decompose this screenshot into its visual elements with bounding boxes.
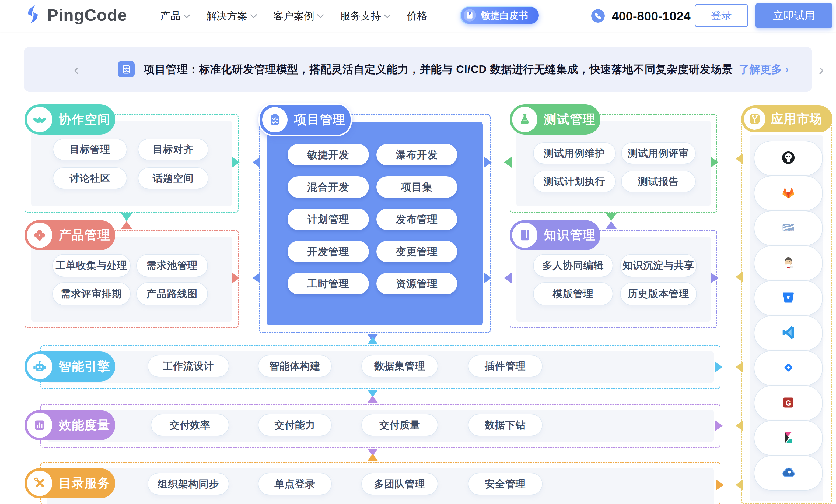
handshake-icon xyxy=(27,107,52,132)
feature-pill[interactable]: 数据集管理 xyxy=(361,355,438,377)
nav-item-solutions[interactable]: 解决方案 xyxy=(207,9,256,23)
feature-pill[interactable]: 插件管理 xyxy=(468,355,543,377)
whitepaper-badge-button[interactable]: 敏捷白皮书 xyxy=(461,7,539,24)
feature-pill[interactable]: 工单收集与处理 xyxy=(52,254,131,277)
feature-pill[interactable]: 数据下钻 xyxy=(468,414,543,436)
connector-arrow xyxy=(504,157,512,168)
feature-pill[interactable]: 交付能力 xyxy=(258,414,332,436)
github-icon xyxy=(780,149,797,167)
feature-pill[interactable]: 测试计划执行 xyxy=(533,171,616,192)
free-trial-button[interactable]: 立即试用 xyxy=(756,3,833,28)
clover-icon xyxy=(27,222,52,248)
connector-arrow xyxy=(367,454,378,461)
feature-pill[interactable]: 计划管理 xyxy=(288,209,369,230)
subversion-icon: SUBVERSION xyxy=(780,219,797,237)
connector-arrow xyxy=(715,362,723,372)
feature-pill[interactable]: 知识沉淀与共享 xyxy=(620,254,697,277)
app-vscode[interactable] xyxy=(754,316,823,351)
project-checklist-icon xyxy=(118,61,135,77)
bar-chart-icon xyxy=(27,412,52,438)
connector-arrow xyxy=(484,273,492,283)
feature-pill[interactable]: 讨论社区 xyxy=(53,167,127,189)
feature-pill[interactable]: 测试用例评审 xyxy=(621,142,696,164)
nav-item-products[interactable]: 产品 xyxy=(160,9,189,23)
whitepaper-book-icon xyxy=(464,9,476,21)
phone-contact[interactable]: 400-800-1024 xyxy=(591,0,690,32)
jenkins-icon xyxy=(780,254,797,272)
knowledge-label: 知识管理 xyxy=(510,220,601,250)
feature-pill[interactable]: 目标对齐 xyxy=(138,139,208,160)
connector-arrow xyxy=(716,480,724,490)
connector-arrow xyxy=(736,480,743,490)
feature-pill[interactable]: 变更管理 xyxy=(376,241,457,263)
chevron-down-icon xyxy=(317,11,324,18)
connector-arrow xyxy=(736,153,743,164)
connector-arrow xyxy=(736,420,743,431)
feature-pill[interactable]: 产品路线图 xyxy=(136,282,208,305)
feature-pill[interactable]: 交付质量 xyxy=(361,414,438,436)
feature-pill[interactable]: 工作流设计 xyxy=(148,355,229,377)
feature-pill[interactable]: 目标管理 xyxy=(53,139,127,160)
arrow-right-icon: › xyxy=(785,63,788,75)
feature-pill[interactable]: 多团队管理 xyxy=(361,473,438,495)
tools-icon xyxy=(27,471,52,496)
chevron-down-icon xyxy=(384,11,391,18)
feature-pill[interactable]: 敏捷开发 xyxy=(288,144,369,166)
app-jira[interactable] xyxy=(754,351,823,386)
app-jenkins[interactable] xyxy=(754,246,823,280)
connector-arrow xyxy=(232,273,240,283)
feature-pill[interactable]: 工时管理 xyxy=(288,273,369,294)
app-cloud-database[interactable] xyxy=(754,455,823,490)
learn-more-link[interactable]: 了解更多› xyxy=(739,47,788,92)
app-gitee[interactable]: G xyxy=(754,386,823,421)
book-icon xyxy=(512,222,537,248)
app-bitbucket[interactable] xyxy=(754,280,823,316)
feature-pill[interactable]: 安全管理 xyxy=(468,473,543,495)
feature-pill[interactable]: 单点登录 xyxy=(258,473,332,495)
connector-arrow xyxy=(484,157,492,168)
nav-item-pricing[interactable]: 价格 xyxy=(407,9,427,23)
feature-pill[interactable]: 需求池管理 xyxy=(136,254,208,277)
banner-next-button[interactable]: › xyxy=(819,62,824,77)
top-navbar: PingCode 产品 解决方案 客户案例 服务支持 价格 敏捷白皮书 xyxy=(0,0,836,32)
feature-pill[interactable]: 测试用例维护 xyxy=(533,142,616,164)
feature-pill[interactable]: 历史版本管理 xyxy=(620,282,697,305)
feature-pill[interactable]: 项目集 xyxy=(376,176,457,198)
feature-pill[interactable]: 多人协同编辑 xyxy=(533,254,613,277)
svg-text:G: G xyxy=(785,399,791,407)
app-gitlab[interactable] xyxy=(754,176,823,211)
app-subversion[interactable]: SUBVERSION xyxy=(754,211,823,246)
feature-pill[interactable]: 话题空间 xyxy=(138,167,208,189)
app-kibana[interactable] xyxy=(754,421,823,455)
connector-arrow xyxy=(606,213,616,221)
feature-pill[interactable]: 资源管理 xyxy=(376,273,457,294)
feature-pill[interactable]: 交付效率 xyxy=(151,414,229,436)
jira-icon xyxy=(780,359,797,377)
app-github[interactable] xyxy=(754,141,823,176)
feature-pill[interactable]: 开发管理 xyxy=(288,241,369,263)
collaboration-label: 协作空间 xyxy=(24,104,115,135)
phone-number: 400-800-1024 xyxy=(612,8,690,23)
project-checklist-icon xyxy=(262,107,288,132)
nav-item-support[interactable]: 服务支持 xyxy=(340,9,390,23)
feature-pill[interactable]: 瀑布开发 xyxy=(376,144,457,166)
feature-pill[interactable]: 模版管理 xyxy=(533,282,613,305)
nav-item-customers[interactable]: 客户案例 xyxy=(273,9,323,23)
connector-arrow xyxy=(121,221,132,229)
phone-icon xyxy=(591,9,605,23)
banner-prev-button[interactable]: ‹ xyxy=(74,62,79,77)
feature-pill[interactable]: 混合开发 xyxy=(288,176,369,198)
connector-arrow xyxy=(736,362,743,372)
connector-arrow xyxy=(504,273,512,283)
feature-pill[interactable]: 发布管理 xyxy=(376,209,457,230)
feature-pill[interactable]: 测试报告 xyxy=(621,171,696,192)
svg-text:SUBVERSION: SUBVERSION xyxy=(782,230,795,231)
directory-label: 目录服务 xyxy=(24,468,115,498)
feature-pill[interactable]: 组织架构同步 xyxy=(148,473,229,495)
kibana-icon xyxy=(780,429,797,447)
login-button[interactable]: 登录 xyxy=(695,4,748,27)
feature-pill[interactable]: 智能体构建 xyxy=(258,355,332,377)
feature-pill[interactable]: 需求评审排期 xyxy=(52,282,131,305)
banner-title: 项目管理：标准化研发管理模型，搭配灵活自定义能力，并能与 CI/CD 数据进行无… xyxy=(144,47,733,92)
pingcode-logo[interactable]: PingCode xyxy=(24,4,127,25)
